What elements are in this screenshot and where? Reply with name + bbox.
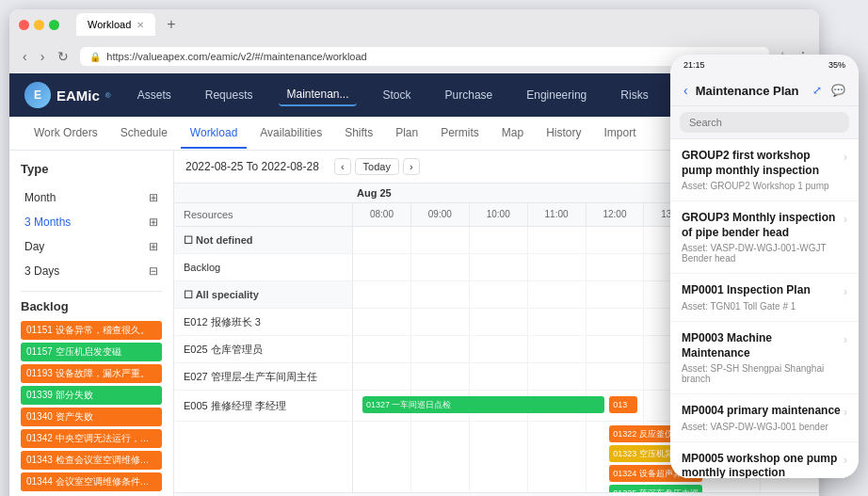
chevron-right-icon-5: ›	[844, 454, 847, 467]
gantt-cell	[353, 281, 411, 308]
gantt-row-label-4: E025 仓库管理员	[174, 336, 353, 362]
subnav-history[interactable]: History	[537, 119, 590, 149]
mobile-actions: ⤢ 💬	[812, 84, 845, 97]
mobile-search-input[interactable]	[680, 112, 849, 133]
sidebar-3months-label: 3 Months	[24, 216, 71, 229]
sidebar-title: Type	[21, 162, 162, 176]
close-dot[interactable]	[19, 20, 29, 30]
backlog-01342[interactable]: 01342 中央空调无法运行，出现故障。	[21, 429, 162, 448]
sidebar-item-3days[interactable]: 3 Days ⊟	[21, 259, 162, 283]
mobile-item-content-1: GROUP3 Monthly inspection of pipe bender…	[682, 211, 844, 264]
close-icon[interactable]: ✕	[137, 20, 144, 30]
subnav-workload[interactable]: Workload	[181, 119, 247, 149]
e005-label: E005 推修经理 李经理	[184, 399, 286, 413]
chevron-right-icon-2: ›	[844, 285, 847, 298]
nav-engineering[interactable]: Engineering	[519, 85, 594, 105]
subnav-import[interactable]: Import	[595, 119, 646, 149]
gantt-cell	[470, 336, 528, 362]
mobile-item-asset-1: Asset: VASP-DW-WGJ-001-WGJT Bender head	[682, 243, 844, 264]
forward-button[interactable]: ›	[37, 47, 49, 66]
time-label-1100: 11:00	[528, 203, 587, 226]
backlog-01343[interactable]: 01343 检查会议室空调维修条件申请	[21, 451, 162, 470]
mobile-chat-icon[interactable]: 💬	[831, 84, 845, 97]
gantt-cell	[528, 422, 587, 492]
gantt-cell	[528, 254, 587, 280]
gantt-cell	[587, 336, 645, 362]
sidebar-item-month[interactable]: Month ⊞	[21, 185, 162, 210]
chevron-right-icon-3: ›	[844, 333, 847, 346]
date-nav: ‹ Today ›	[334, 158, 420, 175]
nav-requests[interactable]: Requests	[198, 85, 261, 105]
gantt-row-label-3: E012 报修班长 3	[174, 309, 353, 335]
prev-date-button[interactable]: ‹	[334, 158, 351, 175]
grid-icon-3months: ⊞	[149, 216, 158, 229]
browser-titlebar: Workload ✕ +	[9, 9, 819, 40]
gantt-cell	[470, 309, 528, 335]
backlog-01157[interactable]: 01157 空压机启发变磁	[21, 343, 162, 361]
mobile-list-item-3[interactable]: MP0003 Machine Maintenance Asset: SP-SH …	[670, 322, 859, 394]
gantt-cell	[411, 363, 470, 390]
nav-risks[interactable]: Risks	[613, 85, 655, 105]
not-defined-label: ☐ Not defined	[184, 234, 253, 247]
mobile-list-item-5[interactable]: MP0005 workshop one pump monthly inspect…	[670, 442, 859, 478]
url-bar[interactable]: 🔒 https://valueapex.com/eamic/v2/#/maint…	[80, 47, 769, 66]
subnav-shifts[interactable]: Shifts	[335, 119, 382, 149]
backlog-row-label: Backlog	[184, 262, 220, 273]
refresh-button[interactable]: ↻	[54, 47, 72, 66]
sidebar-item-3months[interactable]: 3 Months ⊞	[21, 210, 162, 234]
subnav-permits[interactable]: Permits	[431, 119, 489, 149]
e025-label: E025 仓库管理员	[184, 343, 263, 357]
gantt-cell	[411, 422, 470, 492]
backlog-01151[interactable]: 01151 设备异常，稽查很久。	[21, 321, 162, 340]
subnav-work-orders[interactable]: Work Orders	[24, 119, 107, 149]
subnav-map[interactable]: Map	[492, 119, 533, 149]
backlog-01193[interactable]: 01193 设备故障，漏水严重。	[21, 364, 162, 383]
mobile-list-item-4[interactable]: MP0004 primary maintenance Asset: VASP-D…	[670, 394, 859, 442]
bar-01325-label: 01325 落沉车盘压力巡	[613, 488, 699, 493]
minimize-dot[interactable]	[34, 20, 44, 30]
next-date-button[interactable]: ›	[403, 158, 420, 175]
url-text: https://valueapex.com/eamic/v2/#/mainten…	[106, 51, 366, 62]
gantt-bar-01327[interactable]: 01327 一车间巡日点检	[362, 396, 604, 413]
mobile-back-button[interactable]: ‹	[683, 83, 688, 98]
new-tab-button[interactable]: +	[167, 16, 175, 33]
nav-purchase[interactable]: Purchase	[438, 85, 501, 105]
gantt-cell	[587, 254, 645, 280]
browser-tab[interactable]: Workload ✕	[76, 13, 155, 36]
grid-icon-month: ⊞	[149, 191, 158, 204]
sidebar-item-day[interactable]: Day ⊞	[21, 234, 162, 259]
backlog-01339[interactable]: 01339 部分失败	[21, 386, 162, 405]
time-label-1000: 10:00	[470, 203, 528, 226]
mobile-item-asset-3: Asset: SP-SH Shengpai Shanghai branch	[682, 363, 844, 384]
maximize-dot[interactable]	[49, 20, 59, 30]
e027-label: E027 管理层-生产车间周主任	[184, 370, 317, 384]
mobile-list-item-1[interactable]: GROUP3 Monthly inspection of pipe bender…	[670, 201, 859, 274]
e012-label: E012 报修班长 3	[184, 315, 261, 329]
backlog-01344[interactable]: 01344 会议室空调维修条件申请	[21, 472, 162, 491]
mobile-list-item-2[interactable]: MP0001 Inspection Plan Asset: TGN01 Toll…	[670, 274, 859, 322]
gantt-cell	[411, 227, 470, 253]
nav-assets[interactable]: Assets	[130, 85, 179, 105]
time-label-0900: 09:00	[411, 203, 470, 226]
mobile-item-title-4: MP0004 primary maintenance	[682, 404, 844, 419]
back-button[interactable]: ‹	[19, 47, 31, 66]
nav-stock[interactable]: Stock	[376, 85, 419, 105]
app-logo: E EAMic ®	[24, 82, 111, 108]
today-button[interactable]: Today	[355, 158, 399, 175]
gantt-cell	[353, 336, 411, 362]
mobile-item-asset-2: Asset: TGN01 Toll Gate # 1	[682, 301, 844, 312]
gantt-bar-013[interactable]: 013	[609, 396, 637, 413]
backlog-01340[interactable]: 01340 资产失败	[21, 408, 162, 426]
gantt-row-label-5: E027 管理层-生产车间周主任	[174, 363, 353, 390]
gantt-bar-01325[interactable]: 01325 落沉车盘压力巡	[609, 485, 702, 492]
subnav-plan[interactable]: Plan	[386, 119, 427, 149]
mobile-expand-icon[interactable]: ⤢	[812, 84, 822, 97]
mobile-list-item-0[interactable]: GROUP2 first workshop pump monthly inspe…	[670, 139, 859, 201]
nav-maintenance[interactable]: Maintenan...	[279, 84, 356, 106]
gantt-footer: Min Time: 08 : 00 ⊙ Max Time: 18 : 00 ⊙	[174, 492, 819, 496]
subnav-availabilities[interactable]: Availabilities	[250, 119, 331, 149]
sidebar: Type Month ⊞ 3 Months ⊞ Day ⊞ 3 Days ⊟	[9, 151, 174, 496]
mobile-item-content-0: GROUP2 first workshop pump monthly inspe…	[682, 149, 844, 191]
time-label-1200: 12:00	[587, 203, 645, 226]
subnav-schedule[interactable]: Schedule	[111, 119, 177, 149]
